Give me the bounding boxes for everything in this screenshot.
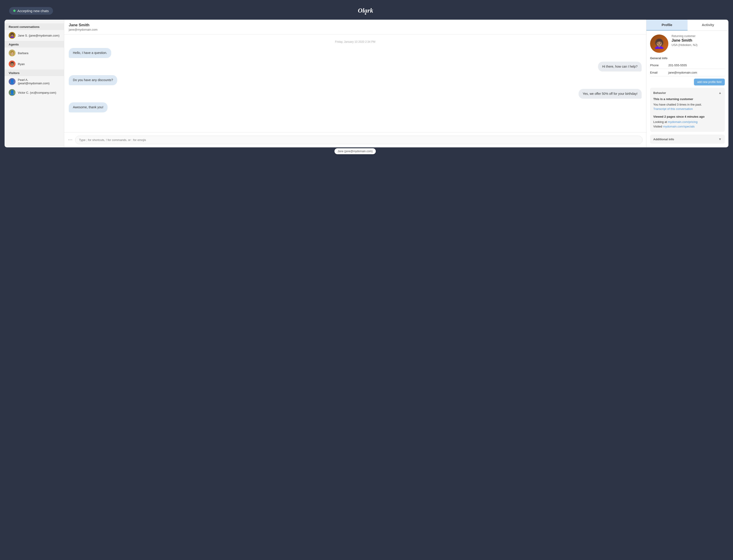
- sidebar-item-jane[interactable]: Jane S. (jane@mydomain.com): [5, 30, 64, 41]
- logo: Olark: [358, 7, 373, 15]
- pearl-label: Pearl A. (pearl@mydomain.com): [18, 78, 60, 85]
- victor-label: Victor C. (vc@company.com): [18, 91, 56, 94]
- status-dot: [13, 10, 16, 12]
- tab-activity[interactable]: Activity: [688, 20, 729, 31]
- add-profile-field-button[interactable]: add new profile field: [694, 79, 725, 85]
- victor-avatar-face: [10, 90, 15, 95]
- message-3: Do you have any discounts?: [69, 75, 117, 85]
- pearl-avatar-face: [10, 79, 15, 84]
- message-5: Awesome, thank you!: [69, 102, 108, 112]
- avatar-large: [650, 35, 668, 53]
- visited-link[interactable]: mydomain.com/specials: [663, 125, 695, 128]
- looking-label: Looking at: [653, 120, 668, 124]
- additional-info-expand-icon: ▼: [718, 137, 722, 141]
- sidebar-item-barbara[interactable]: Barbara: [5, 48, 64, 58]
- message-4: Yes, we offer 50% off for your birthday!: [579, 89, 642, 99]
- avatar-victor: [9, 89, 16, 96]
- transcript-link[interactable]: Transcript of this conversation: [653, 107, 693, 111]
- phone-row: Phone 201-555-5555: [650, 62, 725, 69]
- general-info-title: General info: [650, 56, 725, 60]
- chat-contact-email: jane@mydomain.com: [69, 28, 642, 31]
- ryan-avatar-face: [10, 61, 15, 66]
- date-divider: Friday, January 10 2020 2:34 PM: [69, 40, 642, 43]
- behavior-pages-section: Viewed 2 pages since 4 minutes ago Looki…: [653, 114, 722, 129]
- panel-tabs: Profile Activity: [646, 20, 728, 31]
- email-row: Email jane@mydomain.com: [650, 69, 725, 76]
- chat-header: Jane Smith jane@mydomain.com: [64, 20, 646, 35]
- panel-content: Returning customer Jane Smith USA (Hobok…: [646, 31, 728, 147]
- behavior-header: Behavior ▲: [653, 91, 722, 95]
- behavior-section: Behavior ▲ This is a returning customer …: [650, 88, 725, 132]
- chat-contact-name: Jane Smith: [69, 23, 642, 27]
- sidebar-item-victor[interactable]: Victor C. (vc@company.com): [5, 87, 64, 98]
- additional-info-title: Additional info: [653, 138, 674, 141]
- profile-info-text: Returning customer Jane Smith USA (Hobok…: [672, 35, 725, 47]
- behavior-body: This is a returning customer You have ch…: [653, 97, 722, 129]
- sidebar-item-ryan[interactable]: Ryan: [5, 58, 64, 69]
- behavior-pages-bold: Viewed 2 pages since 4 minutes ago: [653, 114, 722, 119]
- behavior-text2: Transcript of this conversation: [653, 107, 722, 111]
- footer-badge: Jane (jane@mydomain.com): [335, 148, 376, 154]
- sidebar-item-pearl[interactable]: Pearl A. (pearl@mydomain.com): [5, 76, 64, 87]
- accepting-badge[interactable]: Accepting new chats: [9, 7, 53, 15]
- sidebar: Recent conversations Jane S. (jane@mydom…: [5, 20, 64, 147]
- visitors-title: Visitors: [5, 69, 64, 76]
- phone-label: Phone: [650, 64, 668, 67]
- agents-title: Agents: [5, 41, 64, 48]
- barbara-avatar-face: [10, 50, 15, 56]
- recent-conversations-title: Recent conversations: [5, 23, 64, 30]
- chat-area: Jane Smith jane@mydomain.com Friday, Jan…: [64, 20, 646, 147]
- additional-info-section[interactable]: Additional info ▼: [650, 135, 725, 144]
- message-1: Hello, I have a question.: [69, 48, 111, 58]
- tab-profile[interactable]: Profile: [646, 20, 688, 31]
- behavior-text1: You have chatted 3 times in the past.: [653, 102, 722, 107]
- chat-wrapper: Jane Smith jane@mydomain.com Friday, Jan…: [64, 20, 646, 147]
- avatar-pearl: [9, 78, 16, 85]
- behavior-looking-row: Looking at mydomain.com/pricing: [653, 120, 722, 124]
- accepting-label: Accepting new chats: [17, 9, 49, 13]
- profile-location: USA (Hoboken, NJ): [672, 43, 725, 47]
- looking-link[interactable]: mydomain.com/pricing: [668, 120, 698, 124]
- returning-label: Returning customer: [672, 35, 725, 38]
- ryan-label: Ryan: [18, 62, 25, 66]
- profile-avatar-face: [653, 38, 665, 49]
- chat-messages: Friday, January 10 2020 2:34 PM Hello, I…: [64, 35, 646, 132]
- visited-label: Visited: [653, 125, 663, 128]
- avatar-jane: [9, 32, 16, 39]
- profile-name: Jane Smith: [672, 38, 725, 43]
- options-icon[interactable]: ⋮: [68, 138, 73, 142]
- top-bar: Accepting new chats Olark: [5, 5, 728, 17]
- jane-avatar-face: [10, 33, 15, 38]
- email-value: jane@mydomain.com: [668, 71, 725, 74]
- jane-label: Jane S. (jane@mydomain.com): [18, 34, 59, 37]
- behavior-bold-text: This is a returning customer: [653, 97, 722, 101]
- message-2: Hi there, how can I help?: [598, 62, 642, 72]
- chat-input-area: ⋮: [64, 132, 646, 147]
- behavior-collapse-icon[interactable]: ▲: [718, 91, 722, 95]
- barbara-label: Barbara: [18, 51, 28, 55]
- avatar-barbara: [9, 50, 16, 56]
- behavior-title: Behavior: [653, 91, 666, 95]
- chat-input[interactable]: [75, 136, 643, 144]
- main-container: Recent conversations Jane S. (jane@mydom…: [5, 20, 728, 147]
- phone-value: 201-555-5555: [668, 64, 725, 67]
- behavior-visited-row: Visited mydomain.com/specials: [653, 124, 722, 129]
- profile-header: Returning customer Jane Smith USA (Hobok…: [650, 35, 725, 53]
- email-label: Email: [650, 71, 668, 74]
- right-panel: Profile Activity Returning customer Jane…: [646, 20, 728, 147]
- avatar-ryan: [9, 61, 16, 67]
